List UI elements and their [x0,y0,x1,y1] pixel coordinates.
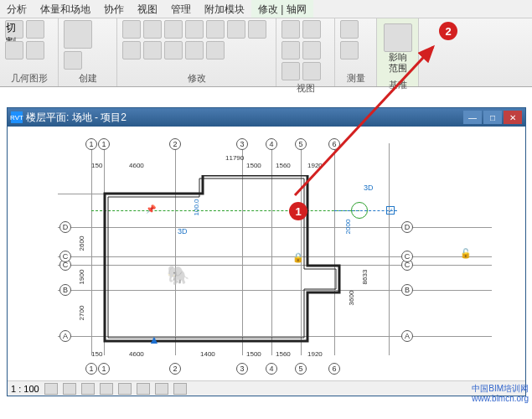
copy-icon[interactable] [143,41,162,59]
grid-drag-handle[interactable] [351,202,368,219]
annotation-2: 2 [439,22,457,40]
bubble-a-left[interactable]: A [59,330,71,342]
dim-bot-6: 1920 [307,350,323,358]
dim-bot-1: 150 [91,350,102,358]
bubble-1-bot[interactable]: 1 [85,363,97,375]
menu-tabs: 分析 体量和场地 协作 视图 管理 附加模块 修改 | 轴网 [0,0,532,18]
status-btn-3[interactable] [81,383,95,395]
dim-bot-2: 4600 [129,350,144,358]
document-window: RVT 楼层平面: 场地 - 项目2 — □ ✕ 3D 3D ✓ [7,107,526,396]
clip-icon[interactable] [26,20,44,39]
status-btn-8[interactable] [173,383,187,395]
bubble-6-bot[interactable]: 6 [328,363,340,375]
pin-icon-1[interactable]: 📌 [146,204,156,214]
viewbtn-1[interactable] [281,20,300,39]
offset-icon[interactable] [143,20,162,39]
cut-button[interactable]: 切割 [5,20,23,39]
bubble-4-bot[interactable]: 4 [266,363,277,375]
rotate-icon[interactable] [122,41,141,59]
annotation-1: 1 [289,202,307,220]
dim-left-1: 2700 [78,306,85,321]
annotation-arrow [287,40,446,199]
watermark-text: 中国BIM培训网 www.bimcn.org [472,384,529,404]
bubble-3-bot[interactable]: 3 [236,363,248,375]
dim-100[interactable]: 100.0 [193,199,200,215]
trim-icon[interactable] [206,20,225,39]
dim-top-2: 4600 [129,162,144,169]
scale-icon[interactable] [164,41,183,59]
rvt-icon: RVT [11,111,23,123]
dim-right-2: 8633 [361,270,369,285]
elevation-marker[interactable]: ▲ [148,333,160,346]
tab-collaborate[interactable]: 协作 [97,0,131,18]
bubble-b-right[interactable]: B [401,284,413,296]
tab-mass-site[interactable]: 体量和场地 [34,0,97,18]
dim-top-1: 150 [91,162,102,169]
bubble-3-top[interactable]: 3 [236,138,248,150]
bubble-cb-right[interactable]: C [401,251,413,262]
tab-modify-grid[interactable]: 修改 | 轴网 [251,0,313,18]
measure-icon[interactable] [340,20,359,39]
dim-right-1: 3600 [348,291,355,306]
bubble-d-left[interactable]: D [59,221,71,233]
mirror-icon[interactable] [164,20,183,39]
status-btn-1[interactable] [44,383,58,395]
status-btn-7[interactable] [155,383,168,395]
dim-bot-5: 1560 [276,350,291,358]
create-button[interactable] [64,20,92,49]
watermark-logo: 🐘 [167,265,189,287]
dim-left-2: 1900 [78,270,85,285]
bubble-cb-left[interactable]: C [59,251,71,262]
bubble-d-right[interactable]: D [401,221,413,233]
align-icon[interactable] [122,20,141,39]
group-modify-label: 修改 [122,70,271,85]
tab-analysis[interactable]: 分析 [0,0,34,18]
status-bar: 1 : 100 [8,380,525,396]
status-btn-6[interactable] [137,383,150,395]
dim-bot-4: 1500 [246,350,261,358]
bubble-2-top[interactable]: 2 [169,138,181,150]
bubble-2-bot[interactable]: 2 [169,363,181,375]
group-create-label: 创建 [64,70,111,85]
grid-bubble-toggle[interactable]: ✓ [386,206,395,215]
dim-2000: 2000 [344,220,352,235]
geom-icon[interactable] [26,41,44,59]
close-button[interactable]: ✕ [504,111,522,124]
delete-icon[interactable] [206,41,225,59]
join-icon[interactable] [5,41,23,59]
bubble-b-left[interactable]: B [59,284,71,296]
tab-manage[interactable]: 管理 [164,0,198,18]
viewbtn-2[interactable] [302,20,321,39]
lock-icon-1[interactable]: 🔒 [292,252,304,263]
status-btn-4[interactable] [100,383,113,395]
status-btn-5[interactable] [118,383,132,395]
create-icon-2[interactable] [64,51,82,70]
scale-label[interactable]: 1 : 100 [11,384,39,394]
array-icon[interactable] [227,20,245,39]
dim-top-3: 11790 [225,154,244,162]
lock-icon-2[interactable]: 🔓 [460,248,472,259]
tab-view[interactable]: 视图 [131,0,164,18]
dim-top-4: 1500 [246,162,261,169]
bubble-1b-top[interactable]: 1 [98,138,110,150]
status-btn-2[interactable] [63,383,76,395]
document-titlebar[interactable]: RVT 楼层平面: 场地 - 项目2 — □ ✕ [8,108,525,127]
svg-line-0 [295,47,433,195]
dim-left-3: 2600 [78,236,85,251]
drawing-canvas[interactable]: 3D 3D ✓ 1 1 2 3 4 5 6 1 1 2 3 4 5 6 A B … [8,127,525,380]
bubble-1b-bot[interactable]: 1 [98,363,110,375]
move-icon[interactable] [248,20,266,39]
maximize-button[interactable]: □ [483,111,502,124]
dim-bot-3: 1400 [200,350,215,358]
bubble-1-top[interactable]: 1 [85,138,97,150]
bubble-4-top[interactable]: 4 [266,138,277,150]
bubble-a-right[interactable]: A [401,330,413,342]
tab-addins[interactable]: 附加模块 [198,0,251,18]
group-geometry-label: 几何图形 [5,70,53,85]
bubble-5-bot[interactable]: 5 [295,363,307,375]
minimize-button[interactable]: — [463,111,482,124]
pin-icon[interactable] [185,41,204,59]
split-icon[interactable] [185,20,204,39]
